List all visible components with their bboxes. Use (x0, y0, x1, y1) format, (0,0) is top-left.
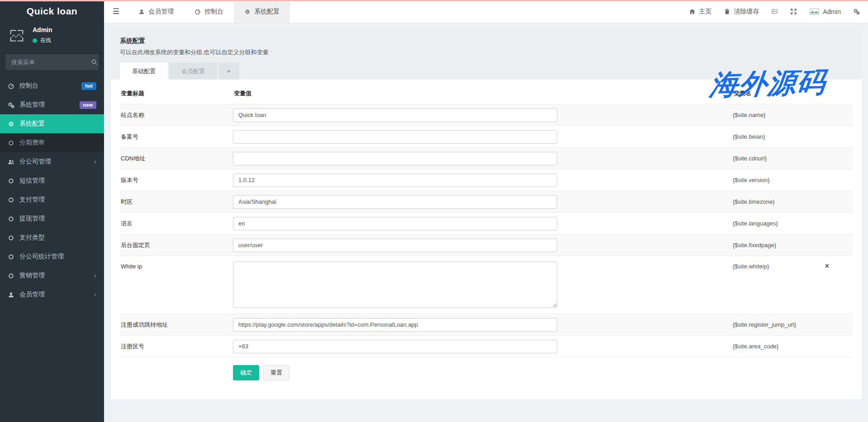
config-row-8: 注册成功跳转地址{$site.register_jump_url} (120, 314, 853, 335)
topbar-action-gears[interactable] (853, 8, 860, 15)
config-tab-0[interactable]: 基础配置 (120, 63, 168, 80)
circle-icon (8, 234, 14, 241)
sidebar-item-6[interactable]: 支付管理 (0, 190, 104, 209)
topbar-tab-0[interactable]: 会员管理 (128, 0, 184, 23)
config-row-title: 注册成功跳转地址 (120, 321, 233, 329)
sidebar-item-5[interactable]: 短信管理 (0, 171, 104, 190)
sidebar-item-label: 分期费率 (19, 139, 45, 147)
sidebar-item-label: 系统配置 (19, 120, 45, 128)
topbar-action-fullscreen[interactable] (790, 8, 797, 15)
config-field-8[interactable] (233, 318, 557, 332)
circle-icon (8, 197, 14, 203)
user-panel: Admin 在线 (0, 21, 104, 52)
topbar-action-Admin[interactable]: Admin (809, 8, 841, 15)
topbar-action-language-image[interactable] (771, 8, 778, 15)
config-row-title: 注册区号 (120, 342, 233, 351)
circle-icon (8, 253, 14, 260)
topbar: ☰ 会员管理控制台系统配置 主页清除缓存Admin (104, 0, 868, 23)
sidebar-toggle-icon[interactable]: ☰ (104, 0, 128, 23)
sidebar-item-8[interactable]: 支付类型 (0, 228, 104, 247)
config-row-6: 后台固定页{$site.fixedpage} (120, 234, 853, 256)
sidebar-item-11[interactable]: 会员管理‹ (0, 285, 104, 304)
page-description: 可以在此增改系统的变量和分组,也可以自定义分组和变量 (120, 48, 853, 56)
config-row-title: White ip (120, 262, 233, 270)
search-input[interactable] (11, 59, 91, 66)
config-row-5: 语言{$site.languages} (120, 212, 853, 234)
config-row-value (233, 217, 557, 230)
config-field-9[interactable] (233, 340, 557, 353)
config-row-value (233, 340, 557, 353)
config-field-5[interactable] (233, 217, 557, 230)
add-group-tab[interactable]: + (218, 63, 239, 80)
topbar-tab-label: 会员管理 (148, 8, 174, 16)
sidebar-item-3[interactable]: 分期费率 (0, 133, 104, 152)
remove-row-icon[interactable]: × (825, 263, 829, 270)
config-field-7[interactable] (233, 262, 557, 308)
app-title: Quick loan (0, 0, 104, 21)
config-field-3[interactable] (233, 173, 557, 187)
config-panel: 系统配置 可以在此增改系统的变量和分组,也可以自定义分组和变量 基础配置会员配置… (111, 30, 862, 399)
config-field-4[interactable] (233, 195, 557, 209)
submit-button[interactable]: 确定 (233, 365, 259, 380)
topbar-right: 主页清除缓存Admin (689, 0, 868, 23)
badge-hot: hot (81, 82, 96, 90)
user-status: 在线 (33, 37, 52, 44)
user-icon (8, 291, 14, 298)
config-row-varname: {$site.name} (733, 112, 765, 118)
sidebar-item-7[interactable]: 提现管理 (0, 209, 104, 228)
config-row-varname: {$site.languages} (733, 220, 778, 227)
config-row-value (233, 130, 557, 144)
avatar (6, 25, 27, 46)
sidebar-item-1[interactable]: 系统管理new (0, 95, 104, 114)
topbar-tab-1[interactable]: 控制台 (184, 0, 234, 23)
dashboard-icon (194, 9, 201, 15)
form-actions: 确定 重置 (120, 357, 853, 380)
fullscreen-icon (790, 8, 797, 15)
sidebar-item-label: 控制台 (19, 82, 38, 90)
sidebar-item-label: 提现管理 (19, 215, 45, 223)
sidebar-menu: 控制台hot系统管理new系统配置分期费率分公司管理‹短信管理支付管理提现管理支… (0, 76, 104, 304)
chevron-left-icon: ‹ (94, 291, 96, 298)
config-row-title: 版本号 (120, 176, 233, 184)
circle-icon (8, 178, 14, 184)
sidebar-item-10[interactable]: 营销管理‹ (0, 266, 104, 285)
sidebar-item-9[interactable]: 分公司统计管理 (0, 247, 104, 266)
sidebar-item-2[interactable]: 系统配置 (0, 114, 104, 133)
search-icon (91, 59, 98, 66)
circle-icon (8, 216, 14, 222)
config-row-value (233, 152, 557, 165)
config-row-value (233, 108, 557, 122)
sidebar-item-label: 分公司统计管理 (19, 253, 64, 261)
sidebar-item-label: 短信管理 (19, 177, 45, 185)
config-tab-1[interactable]: 会员配置 (169, 63, 217, 80)
config-row-title: 后台固定页 (120, 241, 233, 249)
sidebar-item-0[interactable]: 控制台hot (0, 76, 104, 95)
config-row-1: 备案号{$site.beian} (120, 126, 853, 147)
config-row-varname: {$site.version} (733, 177, 770, 183)
config-row-0: 站点名称{$site.name} (120, 104, 853, 126)
topbar-action-主页[interactable]: 主页 (689, 8, 711, 16)
config-field-6[interactable] (233, 239, 557, 252)
avatar-image-icon (809, 8, 820, 15)
topbar-tab-2[interactable]: 系统配置 (234, 0, 290, 23)
config-row-title: 时区 (120, 198, 233, 206)
config-row-title: 语言 (120, 220, 233, 228)
config-field-2[interactable] (233, 152, 557, 165)
config-field-0[interactable] (233, 108, 557, 122)
config-row-value (233, 318, 557, 332)
main-area: ☰ 会员管理控制台系统配置 主页清除缓存Admin 系统配置 可以在此增改系统的… (104, 0, 868, 422)
panel-heading: 系统配置 可以在此增改系统的变量和分组,也可以自定义分组和变量 基础配置会员配置… (111, 30, 862, 80)
config-field-1[interactable] (233, 130, 557, 144)
config-row-varname: {$site.area_code} (733, 343, 778, 350)
config-row-title: CDN地址 (120, 155, 233, 163)
topbar-action-清除缓存[interactable]: 清除缓存 (724, 8, 759, 16)
sidebar-item-4[interactable]: 分公司管理‹ (0, 152, 104, 171)
gears-icon (853, 8, 860, 15)
reset-button[interactable]: 重置 (263, 365, 289, 380)
menu-search[interactable] (5, 54, 99, 70)
config-row-varname: {$site.whiteip} (733, 262, 769, 270)
gear-icon (244, 9, 251, 15)
config-row-value (233, 262, 557, 309)
config-row-value (233, 239, 557, 252)
content: 系统配置 可以在此增改系统的变量和分组,也可以自定义分组和变量 基础配置会员配置… (104, 23, 868, 422)
